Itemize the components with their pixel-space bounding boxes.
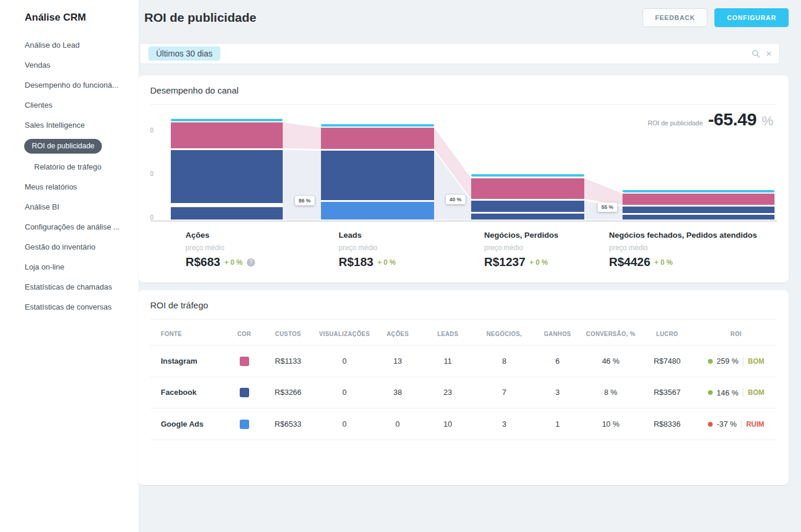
color-swatch [240, 388, 249, 397]
sidebar-item-desempenho-funcionario[interactable]: Desempenho do funcioná... [25, 81, 138, 89]
filter-chip-periodo[interactable]: Últimos 30 dias [148, 46, 220, 61]
cell-won: 3 [532, 377, 582, 408]
google-ads-segment [321, 202, 434, 220]
cell-views: 0 [313, 408, 376, 440]
facebook-segment [321, 151, 434, 200]
instagram-segment [321, 128, 434, 149]
sidebar-item-gestao-inventario[interactable]: Gestão do inventário [25, 243, 138, 251]
instagram-segment [623, 194, 774, 205]
roi-value: -37 % [717, 420, 737, 428]
y-axis-tick: 0 [150, 171, 154, 177]
configure-button[interactable]: CONFIGURAR [714, 8, 789, 27]
cell-costs: R$3266 [263, 377, 313, 408]
channel-performance-card: Desempenho do canal 0 0 0 ROI de publici… [138, 75, 789, 282]
roi-table: FONTE COR CUSTOS VISUALIZAÇÕES AÇÕES LEA… [150, 320, 777, 440]
sidebar-item-analise-do-lead[interactable]: Análise do Lead [25, 41, 138, 49]
stat-price: R$183 [339, 255, 373, 269]
stat-name: Negócios, Perdidos [484, 231, 558, 240]
stat-price: R$4426 [609, 255, 650, 269]
transition-badge-2: 40 % [446, 195, 465, 204]
filter-input[interactable] [226, 49, 746, 58]
cell-deals: 3 [476, 408, 532, 440]
roi-status-tag: BOM [743, 357, 764, 365]
cell-roi: 146 % BOM [696, 377, 777, 408]
y-axis-tick: 0 [150, 127, 154, 134]
filter-icons: ✕ [752, 49, 772, 58]
roi-value: 259 % [717, 357, 739, 365]
stat-leads: Leads preço médio R$183 + 0 % [339, 231, 396, 269]
col-fonte: FONTE [150, 320, 226, 345]
cell-conversion: 10 % [582, 408, 639, 440]
search-icon[interactable] [752, 49, 760, 58]
cell-costs: R$1133 [263, 345, 313, 377]
cell-costs: R$6533 [263, 408, 313, 440]
sidebar-item-configuracoes-analise[interactable]: Configurações de análise ... [25, 223, 138, 231]
close-icon[interactable]: ✕ [766, 49, 772, 58]
status-dot [708, 359, 713, 364]
sidebar-item-relatorio-trafego[interactable]: Relatório de tráfego [34, 163, 138, 171]
col-ganhos: GANHOS [532, 320, 582, 345]
feedback-button[interactable]: FEEDBACK [643, 8, 707, 27]
cell-color [226, 408, 263, 440]
cell-actions: 38 [376, 377, 419, 408]
sidebar-item-roi-publicidade[interactable]: ROI de publicidade [25, 139, 138, 154]
sidebar-item-clientes[interactable]: Clientes [25, 101, 138, 109]
cell-profit: R$3567 [639, 377, 696, 408]
sidebar: Análise CRM Análise do Lead Vendas Desem… [0, 0, 138, 532]
cell-profit: R$7480 [639, 345, 696, 377]
sidebar-item-estatisticas-chamadas[interactable]: Estatísticas de chamadas [25, 283, 138, 291]
color-swatch [240, 420, 249, 429]
main-content: ROI de publicidade FEEDBACK CONFIGURAR Ú… [138, 0, 801, 532]
stat-price-row: R$4426 + 0 % [609, 255, 757, 269]
info-icon[interactable]: ? [247, 258, 255, 267]
facebook-segment [171, 150, 283, 203]
funnel-bar-negocios-perdidos[interactable] [471, 109, 584, 221]
cell-source: Instagram [150, 345, 226, 377]
sidebar-item-analise-bi[interactable]: Análise BI [25, 203, 138, 211]
facebook-segment [471, 201, 584, 212]
facebook-segment [471, 214, 584, 220]
topbar: ROI de publicidade FEEDBACK CONFIGURAR [138, 0, 801, 35]
total-line-segment [623, 190, 774, 192]
status-dot [708, 422, 713, 427]
total-line-segment [171, 119, 283, 121]
instagram-segment [471, 178, 584, 199]
table-header-row: FONTE COR CUSTOS VISUALIZAÇÕES AÇÕES LEA… [150, 320, 777, 345]
roi-cell-content: -37 % RUIM [708, 420, 764, 428]
stat-negocios-perdidos: Negócios, Perdidos preço médio R$1237 + … [484, 231, 558, 269]
col-negocios: NEGÓCIOS, [476, 320, 532, 345]
transition-badge-1: 86 % [295, 196, 315, 205]
cell-actions: 13 [376, 345, 419, 377]
filter-bar[interactable]: Últimos 30 dias ✕ [140, 43, 780, 64]
col-custos: CUSTOS [263, 320, 313, 345]
traffic-roi-card: ROI de tráfego FONTE COR CUSTOS VISUALIZ… [138, 290, 789, 485]
stat-name: Ações [186, 231, 255, 240]
funnel-bar-leads[interactable] [321, 109, 434, 221]
cell-deals: 8 [476, 345, 532, 377]
cell-leads: 11 [419, 345, 476, 377]
sidebar-item-vendas[interactable]: Vendas [25, 61, 138, 69]
sidebar-title: Análise CRM [25, 12, 138, 24]
topbar-actions: FEEDBACK CONFIGURAR [643, 8, 789, 27]
stat-sub-label: preço médio [609, 244, 757, 252]
instagram-segment [171, 122, 283, 148]
sidebar-item-sales-intelligence[interactable]: Sales Intelligence [25, 121, 138, 129]
cell-leads: 10 [419, 408, 476, 440]
stat-name: Negócios fechados, Pedidos atendidos [609, 231, 757, 240]
status-dot [708, 390, 713, 395]
page-title: ROI de publicidade [144, 11, 256, 25]
col-leads: LEADS [419, 320, 476, 345]
stat-delta: + 0 % [654, 258, 673, 267]
cell-profit: R$8336 [639, 408, 696, 440]
cell-views: 0 [313, 345, 376, 377]
facebook-segment [171, 207, 283, 220]
cell-views: 0 [313, 377, 376, 408]
funnel-bar-negocios-fechados[interactable] [623, 109, 774, 221]
stat-delta: + 0 % [378, 258, 396, 267]
cell-color [226, 377, 263, 408]
active-item-pill: ROI de publicidade [24, 139, 102, 154]
funnel-bar-acoes[interactable] [171, 109, 283, 221]
sidebar-item-estatisticas-conversas[interactable]: Estatísticas de conversas [25, 303, 138, 311]
sidebar-item-meus-relatorios[interactable]: Meus relatórios [25, 183, 138, 191]
sidebar-item-loja-online[interactable]: Loja on-line [25, 263, 138, 271]
